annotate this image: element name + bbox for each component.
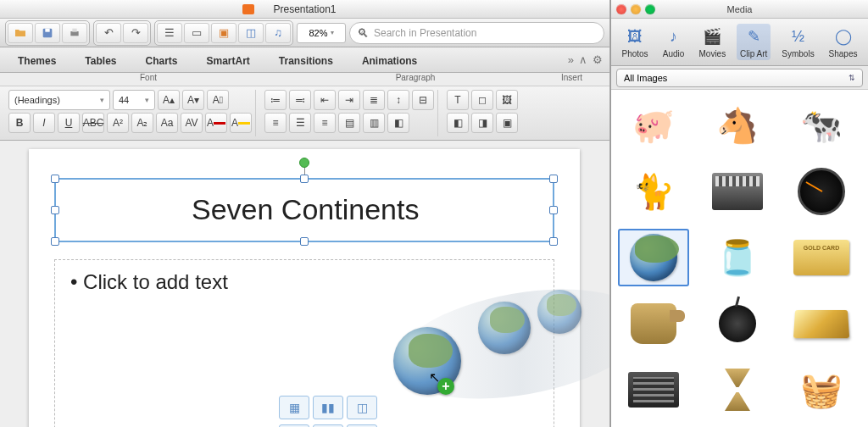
search-input[interactable]: 🔍︎ Search in Presentation <box>349 22 604 44</box>
char-spacing-button[interactable]: AV <box>181 113 203 133</box>
media-tab-movies[interactable]: 🎬Movies <box>695 24 729 60</box>
change-case-button[interactable]: Aa <box>156 113 178 133</box>
clipart-globe[interactable] <box>618 229 689 286</box>
paragraph-section: ≔ ≕ ⇤ ⇥ ≣ ↕ ⊟ ≡ ☰ ≡ ▤ ▥ ◧ <box>261 90 438 136</box>
insert-shape-button[interactable]: ◻ <box>471 90 493 110</box>
ribbon-up-icon[interactable]: ∧ <box>579 53 587 66</box>
clipart-category-select[interactable]: All Images ⇅ <box>616 69 863 87</box>
media-tab-photos[interactable]: 🖼Photos <box>618 24 651 60</box>
clipart-wateringcan[interactable] <box>618 295 689 352</box>
convert-smartart-button[interactable]: ◧ <box>387 113 409 133</box>
font-color-button[interactable]: A <box>205 113 227 133</box>
slides-button[interactable]: ◫ <box>238 23 264 43</box>
clipart-bomb[interactable] <box>702 295 773 352</box>
clipart-basket[interactable]: 🧺 <box>786 361 857 419</box>
globe-ghost-2 <box>478 302 531 354</box>
media-button[interactable]: ♫ <box>265 23 291 43</box>
columns-button[interactable]: ▥ <box>363 113 385 133</box>
clipart-goldcard[interactable]: GOLD CARD <box>786 229 857 286</box>
title-placeholder[interactable]: Seven Continents <box>54 178 554 242</box>
clipart-cashregister[interactable] <box>702 163 773 220</box>
outdent-button[interactable]: ⇤ <box>314 90 336 110</box>
subscript-button[interactable]: A₂ <box>131 113 153 133</box>
collapse-ribbon-icon[interactable]: » <box>568 53 574 66</box>
close-icon[interactable] <box>616 4 626 14</box>
body-placeholder-text[interactable]: Click to add text <box>70 270 538 294</box>
clipart-jar[interactable]: 🫙 <box>702 229 773 286</box>
clipart-gauge[interactable] <box>786 163 857 220</box>
resize-handle-mr[interactable] <box>549 206 558 214</box>
resize-handle-bm[interactable] <box>300 237 309 246</box>
insert-textbox-button[interactable]: T <box>447 90 469 110</box>
tab-themes[interactable]: Themes <box>3 48 70 72</box>
resize-handle-br[interactable] <box>549 237 558 246</box>
open-button[interactable] <box>8 23 33 43</box>
media-tab-symbols[interactable]: ½Symbols <box>778 24 817 60</box>
resize-handle-tm[interactable] <box>300 175 309 183</box>
media-tab-clipart[interactable]: ✎Clip Art <box>737 24 771 60</box>
text-direction-button[interactable]: ↕ <box>387 90 409 110</box>
line-spacing-button[interactable]: ≣ <box>363 90 385 110</box>
font-size-select[interactable]: 44▾ <box>113 90 155 110</box>
align-center-button[interactable]: ☰ <box>289 113 311 133</box>
gear-icon[interactable]: ⚙ <box>593 53 603 66</box>
superscript-button[interactable]: A² <box>107 113 129 133</box>
clipart-cat[interactable]: 🐈 <box>618 163 689 220</box>
clipart-grid[interactable]: 🐖 🐴 🐄 🐈 🫙 GOLD CARD 🧺 <box>611 90 868 427</box>
minimize-icon[interactable] <box>631 4 641 14</box>
save-button[interactable] <box>35 23 60 43</box>
quick-styles-button[interactable]: ◨ <box>471 113 493 133</box>
strike-button[interactable]: ABC <box>82 113 104 133</box>
italic-button[interactable]: I <box>33 113 55 133</box>
resize-handle-ml[interactable] <box>51 206 59 214</box>
align-text-button[interactable]: ⊟ <box>412 90 434 110</box>
tab-animations[interactable]: Animations <box>348 48 431 72</box>
slide-editor[interactable]: Seven Continents Click to add text ▦ ▮▮ … <box>0 141 609 427</box>
insert-table-icon[interactable]: ▦ <box>279 396 309 419</box>
zoom-icon[interactable] <box>645 4 655 14</box>
clipart-hourglass[interactable] <box>702 361 773 419</box>
shrink-font-button[interactable]: A▾ <box>182 90 204 110</box>
tab-smartart[interactable]: SmartArt <box>192 48 264 72</box>
tab-tables[interactable]: Tables <box>70 48 131 72</box>
clipart-goldbar[interactable] <box>786 295 857 352</box>
align-left-button[interactable]: ≡ <box>264 113 287 133</box>
view-slideshow-button[interactable]: ▣ <box>211 23 236 43</box>
rotate-handle[interactable] <box>299 158 309 168</box>
view-normal-button[interactable]: ▭ <box>184 23 209 43</box>
tab-charts[interactable]: Charts <box>131 48 192 72</box>
insert-smartart-icon[interactable]: ◫ <box>347 396 377 419</box>
highlight-button[interactable]: A <box>230 113 252 133</box>
redo-button[interactable]: ↷ <box>123 23 148 43</box>
clear-format-button[interactable]: A⃠ <box>207 90 229 110</box>
arrange-button[interactable]: ◧ <box>447 113 469 133</box>
justify-button[interactable]: ▤ <box>338 113 360 133</box>
resize-handle-bl[interactable] <box>51 237 59 246</box>
font-name-select[interactable]: (Headings)▾ <box>8 90 110 110</box>
insert-chart-icon[interactable]: ▮▮ <box>313 396 343 419</box>
format-button[interactable]: ☰ <box>157 23 182 43</box>
resize-handle-tl[interactable] <box>51 175 59 183</box>
slide-title-text[interactable]: Seven Continents <box>56 180 553 226</box>
grow-font-button[interactable]: A▴ <box>158 90 180 110</box>
clipart-pig[interactable]: 🐖 <box>618 97 689 154</box>
insert-media-button[interactable]: ▣ <box>496 113 518 133</box>
clipart-cow[interactable]: 🐄 <box>786 97 857 154</box>
undo-button[interactable]: ↶ <box>96 23 121 43</box>
resize-handle-tr[interactable] <box>549 175 558 183</box>
clipart-donkey[interactable]: 🐴 <box>702 97 773 154</box>
bullets-button[interactable]: ≔ <box>264 90 287 110</box>
slide[interactable]: Seven Continents Click to add text ▦ ▮▮ … <box>29 149 580 427</box>
media-tab-audio[interactable]: ♪Audio <box>659 24 688 60</box>
underline-button[interactable]: U <box>58 113 80 133</box>
zoom-select[interactable]: 82% ▾ <box>297 23 346 43</box>
align-right-button[interactable]: ≡ <box>314 113 336 133</box>
indent-button[interactable]: ⇥ <box>338 90 360 110</box>
clipart-cashdrawer[interactable] <box>618 361 689 419</box>
numbering-button[interactable]: ≕ <box>289 90 311 110</box>
tab-transitions[interactable]: Transitions <box>264 48 348 72</box>
insert-picture-button[interactable]: 🖼 <box>496 90 518 110</box>
media-tab-shapes[interactable]: ◯Shapes <box>826 24 861 60</box>
bold-button[interactable]: B <box>8 113 31 133</box>
print-button[interactable] <box>62 23 87 43</box>
